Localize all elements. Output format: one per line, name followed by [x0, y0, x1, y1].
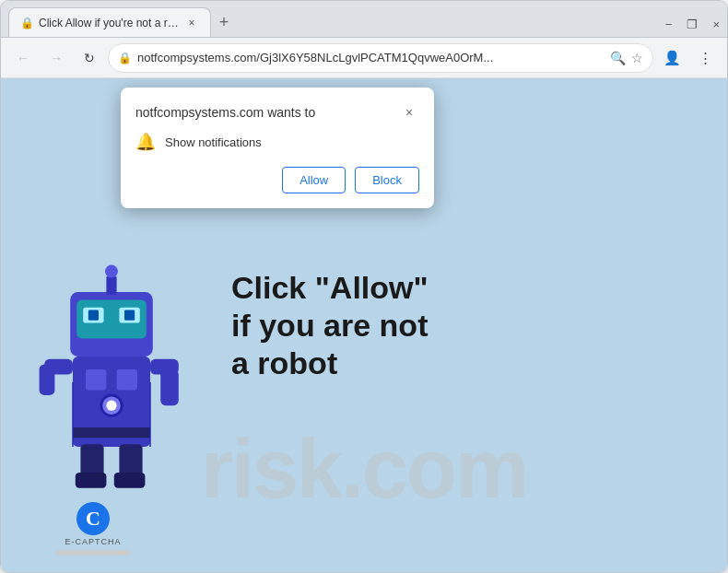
popup-buttons: Allow Block — [135, 167, 419, 193]
tab-lock-icon: 🔒 — [20, 17, 33, 29]
svg-rect-1 — [86, 369, 106, 390]
forward-button[interactable]: → — [41, 43, 71, 73]
profile-button[interactable]: 👤 — [657, 43, 687, 73]
block-button[interactable]: Block — [355, 167, 419, 193]
svg-rect-12 — [106, 276, 116, 295]
menu-button[interactable]: ⋮ — [690, 43, 720, 73]
page-content: risk.com — [1, 78, 727, 572]
svg-rect-15 — [40, 364, 55, 395]
search-icon[interactable]: 🔍 — [610, 51, 626, 65]
popup-close-button[interactable]: × — [399, 102, 419, 123]
new-tab-button[interactable]: + — [211, 9, 237, 35]
browser-window: 🔒 Click Allow if you're not a robot × + … — [0, 0, 728, 573]
svg-rect-10 — [88, 310, 99, 321]
notification-popup: notfcompsystems.com wants to × 🔔 Show no… — [121, 88, 434, 208]
tab-close-button[interactable]: × — [184, 16, 199, 30]
browser-tab[interactable]: 🔒 Click Allow if you're not a robot × — [8, 7, 211, 37]
svg-rect-20 — [76, 473, 107, 488]
popup-notification-row: 🔔 Show notifications — [135, 132, 419, 152]
reload-icon: ↻ — [84, 51, 95, 65]
window-controls: − ❐ × — [665, 18, 720, 37]
svg-rect-17 — [160, 369, 179, 405]
main-text-line2: if you are not — [231, 307, 429, 345]
reload-button[interactable]: ↻ — [75, 43, 104, 73]
main-text-line1: Click "Allow" — [231, 269, 429, 307]
title-bar: 🔒 Click Allow if you're not a robot × + … — [1, 1, 727, 38]
profile-icon: 👤 — [663, 50, 681, 66]
popup-title: notfcompsystems.com wants to — [135, 105, 315, 120]
close-window-button[interactable]: × — [712, 18, 720, 31]
svg-rect-2 — [117, 369, 137, 390]
bell-icon: 🔔 — [135, 132, 156, 152]
address-bar[interactable]: 🔒 notfcompsystems.com/Gj3lX6Y58NLcLgvlPC… — [108, 43, 653, 73]
watermark: risk.com — [201, 422, 527, 517]
captcha-label: E-CAPTCHA — [65, 537, 121, 546]
svg-point-4 — [106, 401, 116, 411]
back-button[interactable]: ← — [8, 43, 38, 73]
main-text-line3: a robot — [231, 344, 429, 381]
address-text: notfcompsystems.com/Gj3lX6Y58NLcLgvlPCAT… — [137, 51, 605, 64]
captcha-bar — [56, 550, 130, 555]
maximize-button[interactable]: ❐ — [687, 18, 698, 31]
svg-point-13 — [105, 265, 118, 278]
main-text: Click "Allow" if you are not a robot — [231, 269, 429, 381]
allow-button[interactable]: Allow — [282, 167, 346, 193]
notification-text: Show notifications — [165, 135, 262, 149]
captcha-logo: C E-CAPTCHA — [56, 502, 130, 555]
back-icon: ← — [17, 51, 29, 65]
svg-rect-11 — [124, 310, 135, 321]
minimize-button[interactable]: − — [665, 18, 673, 31]
browser-nav-icons: 👤 ⋮ — [657, 43, 720, 73]
tab-title: Click Allow if you're not a robot — [39, 17, 179, 29]
navigation-bar: ← → ↻ 🔒 notfcompsystems.com/Gj3lX6Y58NLc… — [1, 38, 727, 78]
bookmark-icon[interactable]: ☆ — [631, 51, 643, 65]
menu-icon: ⋮ — [699, 50, 712, 66]
svg-rect-21 — [114, 473, 146, 488]
captcha-icon: C — [76, 502, 110, 535]
robot-illustration — [29, 240, 213, 517]
svg-rect-5 — [73, 427, 150, 438]
popup-header: notfcompsystems.com wants to × — [135, 102, 419, 123]
address-lock-icon: 🔒 — [118, 52, 132, 64]
address-bar-icons: 🔍 ☆ — [610, 51, 643, 65]
forward-icon: → — [50, 51, 63, 65]
